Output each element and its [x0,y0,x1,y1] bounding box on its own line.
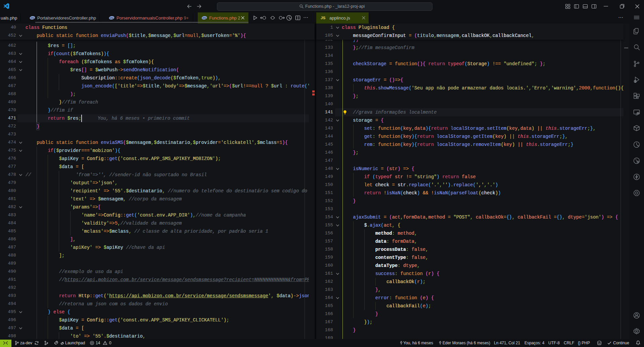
svg-text:php: php [202,17,206,19]
svg-text:php: php [30,17,34,19]
svg-text:php: php [109,17,113,19]
